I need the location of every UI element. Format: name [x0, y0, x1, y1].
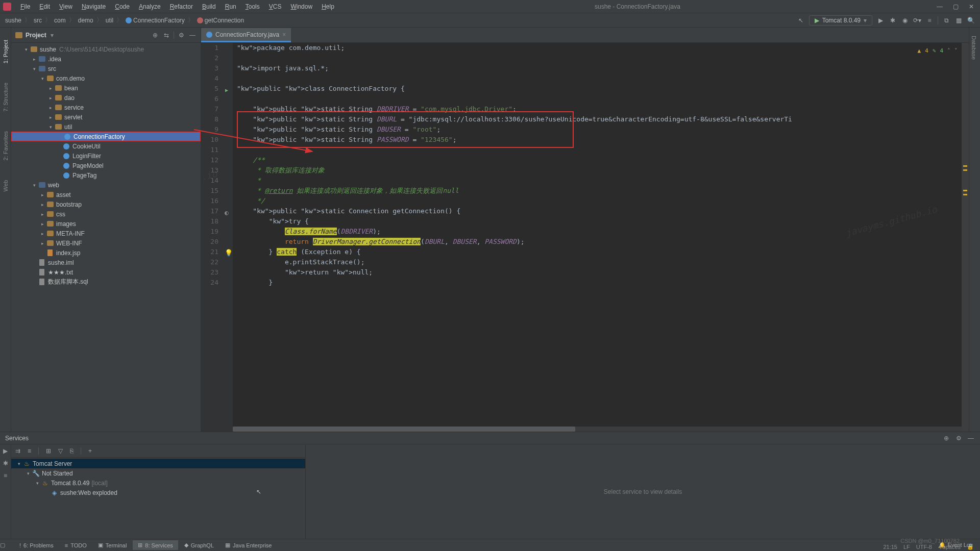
add-icon[interactable]: +: [88, 447, 92, 455]
tool-tab-project[interactable]: 1: Project: [3, 38, 9, 65]
tree-item-connectionfactory[interactable]: ConnectionFactory: [11, 132, 201, 141]
horizontal-scrollbar[interactable]: [233, 427, 962, 432]
tree-item-css[interactable]: ▸css: [11, 209, 201, 219]
tree-item-sushe-iml[interactable]: sushe.iml: [11, 258, 201, 267]
prev-issue-icon[interactable]: ˄: [947, 46, 950, 56]
run-icon[interactable]: ▶: [876, 16, 885, 24]
bottom-tab-todo[interactable]: ≡TODO: [60, 540, 92, 550]
expand-icon[interactable]: ⇆: [162, 31, 170, 39]
breadcrumb-item[interactable]: src: [34, 17, 42, 24]
next-issue-icon[interactable]: ˅: [954, 46, 958, 56]
tree-item-servlet[interactable]: ▸servlet: [11, 112, 201, 122]
editor-tab[interactable]: ConnectionFactory.java ×: [201, 28, 291, 42]
gutter-marks[interactable]: ▶◐💡: [224, 43, 233, 432]
menu-refactor[interactable]: Refactor: [166, 2, 197, 12]
menu-code[interactable]: Code: [111, 2, 134, 12]
tree-item-meta-inf[interactable]: ▸META-INF: [11, 229, 201, 238]
run-icon[interactable]: ▶: [2, 447, 9, 455]
build-hammer-icon[interactable]: ↖: [797, 16, 805, 24]
stop-icon[interactable]: ■: [2, 472, 9, 479]
tree-item-service[interactable]: ▸service: [11, 103, 201, 112]
menu-build[interactable]: Build: [198, 2, 220, 12]
bottom-tab-terminal[interactable]: ▣Terminal: [93, 540, 132, 550]
hint-icon[interactable]: ✎: [933, 46, 936, 56]
breadcrumb-item[interactable]: demo: [78, 17, 93, 24]
gear-icon[interactable]: ⚙: [177, 31, 185, 39]
tool-tab-database[interactable]: Database: [969, 28, 978, 68]
target-icon[interactable]: ⊕: [151, 31, 159, 39]
sync-icon[interactable]: ▦: [954, 16, 963, 24]
search-icon[interactable]: 🔍: [967, 16, 975, 24]
hide-icon[interactable]: —: [188, 31, 197, 39]
tree-item-com-demo[interactable]: ▾com.demo: [11, 73, 201, 83]
close-icon[interactable]: ✕: [969, 3, 974, 10]
tree-item-web-inf[interactable]: ▸WEB-INF: [11, 238, 201, 248]
minimize-icon[interactable]: —: [937, 3, 943, 10]
tree-item-images[interactable]: ▸images: [11, 219, 201, 229]
line-separator[interactable]: LF: [903, 544, 910, 550]
filter-icon[interactable]: ▽: [58, 447, 63, 455]
encoding[interactable]: UTF-8: [916, 544, 932, 550]
gear-icon[interactable]: ⚙: [954, 434, 963, 442]
menu-help[interactable]: Help: [317, 2, 338, 12]
project-tree[interactable]: ▾susheC:\Users\51414\Desktop\sushe▸.idea…: [11, 43, 201, 432]
menu-tools[interactable]: Tools: [241, 2, 264, 12]
menu-window[interactable]: Window: [286, 2, 316, 12]
dropdown-icon[interactable]: ▾: [51, 32, 54, 39]
services-tree[interactable]: ↖ ▾♨Tomcat Server▾🔧Not Started▾♨Tomcat 8…: [11, 458, 305, 539]
service-item[interactable]: ▾🔧Not Started: [11, 468, 305, 478]
profile-icon[interactable]: ⟳▾: [913, 16, 921, 24]
menu-navigate[interactable]: Navigate: [78, 2, 110, 12]
hide-icon[interactable]: —: [967, 434, 975, 442]
breadcrumb-item[interactable]: getConnection: [197, 17, 244, 24]
tree-item--txt[interactable]: ★★★.txt: [11, 267, 201, 277]
tab-close-icon[interactable]: ×: [282, 31, 286, 38]
tree-item-sushe[interactable]: ▾susheC:\Users\51414\Desktop\sushe: [11, 44, 201, 54]
menu-file[interactable]: File: [16, 2, 34, 12]
git-branch-icon[interactable]: ⧉: [942, 16, 950, 24]
tree-item-web[interactable]: ▾web: [11, 180, 201, 190]
menu-vcs[interactable]: VCS: [265, 2, 286, 12]
target-icon[interactable]: ⊕: [942, 434, 950, 442]
breadcrumb-item[interactable]: util: [106, 17, 113, 24]
menu-view[interactable]: View: [55, 2, 77, 12]
bottom-tab-services[interactable]: ⊞8: Services: [133, 540, 178, 550]
group-icon[interactable]: ⊞: [46, 447, 51, 455]
hide-toolwindows-icon[interactable]: ▢: [0, 542, 5, 548]
breadcrumb-item[interactable]: ConnectionFactory: [126, 17, 185, 24]
tool-tab-web[interactable]: Web: [3, 178, 9, 193]
breadcrumb-item[interactable]: sushe: [5, 17, 21, 24]
service-item[interactable]: ▾♨Tomcat Server: [11, 459, 305, 468]
tool-tab-favorites[interactable]: 2: Favorites: [3, 129, 9, 162]
menu-edit[interactable]: Edit: [35, 2, 54, 12]
tree-item-index-jsp[interactable]: index.jsp: [11, 248, 201, 258]
tree-item-bootstrap[interactable]: ▸bootstrap: [11, 199, 201, 209]
breadcrumb[interactable]: sushe〉src〉com〉demo〉util〉ConnectionFactor…: [0, 16, 244, 24]
debug-icon[interactable]: ✱: [889, 16, 897, 24]
bottom-tab-javaenterprise[interactable]: ▦Java Enterprise: [220, 540, 277, 550]
service-item[interactable]: ▾♨Tomcat 8.0.49[local]: [11, 478, 305, 488]
tree-item-loginfilter[interactable]: LoginFilter: [11, 151, 201, 161]
readonly-lock-icon[interactable]: 🔒: [967, 543, 974, 550]
tree-item-asset[interactable]: ▸asset: [11, 190, 201, 199]
breadcrumb-item[interactable]: com: [54, 17, 66, 24]
error-stripe[interactable]: [962, 43, 969, 432]
line-gutter[interactable]: 123456789101112131415161718192021222324: [201, 43, 224, 432]
warning-icon[interactable]: ▲: [918, 46, 921, 56]
caret-position[interactable]: 21:15: [883, 544, 897, 550]
save-icon[interactable]: ⎘: [70, 447, 74, 455]
code-editor[interactable]: 123456789101112131415161718192021222324 …: [201, 43, 969, 432]
bottom-tab-graphql[interactable]: ◆GraphQL: [179, 540, 219, 550]
stop-icon[interactable]: ■: [925, 16, 934, 24]
tree-item-pagetag[interactable]: PageTag: [11, 170, 201, 180]
indent[interactable]: 4 spaces: [938, 544, 961, 550]
tree-item-dao[interactable]: ▸dao: [11, 93, 201, 103]
tree-item-src[interactable]: ▾src: [11, 64, 201, 73]
tree-item-cookieutil[interactable]: CookieUtil: [11, 141, 201, 151]
menu-analyze[interactable]: Analyze: [135, 2, 165, 12]
bottom-tab-problems[interactable]: !6: Problems: [14, 540, 59, 550]
menu-run[interactable]: Run: [221, 2, 240, 12]
run-config-selector[interactable]: ▶ Tomcat 8.0.49 ▾: [809, 15, 872, 26]
tree-item-bean[interactable]: ▸bean: [11, 83, 201, 93]
tree-mode-icon[interactable]: ⇉: [15, 447, 20, 455]
